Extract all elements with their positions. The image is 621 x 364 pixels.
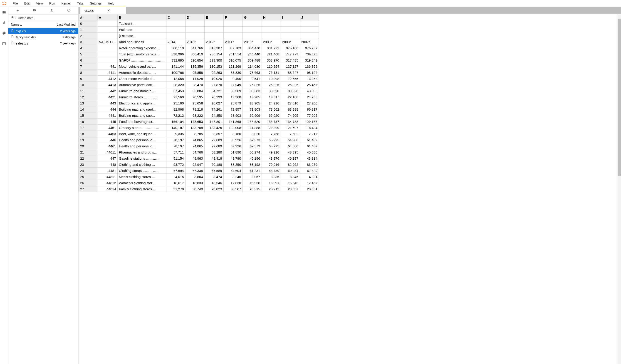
cell[interactable]: 13,268: [300, 76, 319, 82]
cell[interactable]: 30,567: [224, 186, 242, 192]
cell[interactable]: 33,820: [261, 88, 281, 94]
cell[interactable]: 323,300: [204, 57, 224, 63]
cell[interactable]: 980,110: [166, 45, 185, 51]
cell[interactable]: 135,737: [261, 119, 281, 125]
cell[interactable]: 57,711: [166, 149, 185, 155]
cell[interactable]: 124,888: [242, 125, 261, 131]
cell[interactable]: 4441: [97, 112, 118, 119]
cell[interactable]: 130,153: [204, 63, 224, 69]
cell[interactable]: [281, 20, 300, 27]
cell[interactable]: 12,555: [281, 76, 300, 82]
cell[interactable]: 309,488: [242, 57, 261, 63]
cell[interactable]: 8,785: [185, 131, 204, 137]
cell[interactable]: Pharmacies and drug s…: [117, 149, 166, 155]
cell[interactable]: 21,560: [166, 94, 185, 100]
cell[interactable]: 64,604: [224, 168, 242, 174]
cell[interactable]: 53,280: [204, 149, 224, 155]
column-header[interactable]: F: [224, 14, 242, 20]
cell[interactable]: [242, 20, 261, 27]
cell[interactable]: 78,197: [166, 137, 185, 143]
cell[interactable]: 37,453: [166, 88, 185, 94]
cell[interactable]: [300, 33, 319, 39]
cell[interactable]: Food and beverage st…: [117, 119, 166, 125]
cell[interactable]: 83,279: [300, 161, 319, 168]
cell[interactable]: 65,589: [204, 168, 224, 174]
row-header[interactable]: 12: [79, 94, 97, 100]
row-header[interactable]: 15: [79, 112, 97, 119]
cell[interactable]: 79,916: [261, 161, 281, 168]
cell[interactable]: 48,395: [281, 149, 300, 155]
row-header[interactable]: 17: [79, 125, 97, 131]
cell[interactable]: 25,925: [281, 82, 300, 88]
cell[interactable]: 98,124: [300, 69, 319, 76]
running-icon[interactable]: [2, 20, 6, 25]
cell[interactable]: 48,780: [224, 155, 242, 161]
cell[interactable]: Motor vehicle and part…: [117, 63, 166, 69]
cell[interactable]: 8,180: [224, 131, 242, 137]
cell[interactable]: 3,336: [261, 174, 281, 180]
cell[interactable]: 2012r: [204, 39, 224, 45]
row-header[interactable]: 19: [79, 137, 97, 143]
row-header[interactable]: 24: [79, 168, 97, 174]
cell[interactable]: 2013r: [185, 39, 204, 45]
row-header[interactable]: 0: [79, 20, 97, 27]
cell[interactable]: 90,188: [204, 161, 224, 168]
cell[interactable]: [166, 27, 185, 33]
row-header[interactable]: 3: [79, 39, 97, 45]
menu-tabs[interactable]: Tabs: [74, 1, 87, 6]
menu-help[interactable]: Help: [105, 1, 118, 6]
cell[interactable]: 916,307: [204, 45, 224, 51]
cell[interactable]: 95,858: [185, 69, 204, 76]
cell[interactable]: 33,383: [242, 88, 261, 94]
cell[interactable]: 64,580: [281, 143, 300, 149]
column-header[interactable]: I: [281, 14, 300, 20]
cell[interactable]: Clothing stores ……………: [117, 168, 166, 174]
cell[interactable]: 721,468: [261, 51, 281, 57]
column-header[interactable]: B: [117, 14, 166, 20]
cell[interactable]: 882,783: [224, 45, 242, 51]
cell[interactable]: 121,597: [281, 125, 300, 131]
row-header[interactable]: 21: [79, 149, 97, 155]
cell[interactable]: 68,222: [185, 112, 204, 119]
cell[interactable]: 761,514: [224, 51, 242, 57]
cell[interactable]: [300, 20, 319, 27]
cell[interactable]: 28,213: [261, 186, 281, 192]
cell[interactable]: Furniture and home fu…: [117, 88, 166, 94]
cell[interactable]: 941,766: [185, 45, 204, 51]
cell[interactable]: [204, 20, 224, 27]
cell[interactable]: 4453: [97, 131, 118, 137]
row-header[interactable]: 27: [79, 186, 97, 192]
row-header[interactable]: 7: [79, 63, 97, 69]
cell[interactable]: 147,801: [204, 119, 224, 125]
cell[interactable]: 19,368: [224, 94, 242, 100]
cell[interactable]: 22,188: [281, 94, 300, 100]
cell[interactable]: Grocery stores ……………: [117, 125, 166, 131]
menu-view[interactable]: View: [33, 1, 46, 6]
cell[interactable]: 747,973: [281, 51, 300, 57]
menu-settings[interactable]: Settings: [87, 1, 105, 6]
upload-button[interactable]: [48, 7, 55, 14]
row-header[interactable]: 18: [79, 131, 97, 137]
cell[interactable]: 9,490: [224, 76, 242, 82]
cell[interactable]: 25,467: [300, 82, 319, 88]
cell[interactable]: 28,470: [185, 82, 204, 88]
cell[interactable]: 72,212: [166, 112, 185, 119]
cell[interactable]: Electronics and applia…: [117, 100, 166, 106]
cell[interactable]: 44811: [97, 174, 118, 180]
cell[interactable]: 19,317: [261, 94, 281, 100]
cell[interactable]: 25,879: [224, 100, 242, 106]
cell[interactable]: 46,197: [281, 155, 300, 161]
cell[interactable]: 838,966: [166, 51, 185, 57]
cell[interactable]: 61,482: [300, 137, 319, 143]
row-header[interactable]: 14: [79, 106, 97, 112]
row-header[interactable]: 20: [79, 143, 97, 149]
cell[interactable]: 128,008: [224, 125, 242, 131]
column-header[interactable]: G: [242, 14, 261, 20]
cell[interactable]: 110,254: [261, 63, 281, 69]
row-header[interactable]: 26: [79, 180, 97, 186]
cell[interactable]: 448: [97, 161, 118, 168]
cell[interactable]: 72,857: [224, 106, 242, 112]
cell[interactable]: 25,025: [261, 82, 281, 88]
home-icon[interactable]: [11, 16, 14, 20]
cell[interactable]: 127,127: [281, 63, 300, 69]
